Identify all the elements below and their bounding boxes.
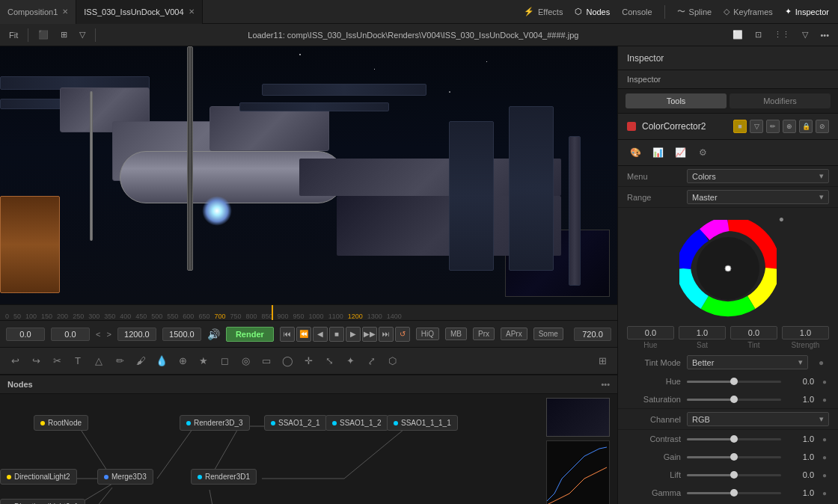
nodes-btn[interactable]: ⬡ Nodes (575, 7, 610, 16)
back-btn[interactable]: ◀ (313, 327, 328, 342)
fwd-btn[interactable]: ▶▶ (362, 327, 377, 342)
tint-mode-reset-icon[interactable]: ● (819, 357, 829, 368)
redo-icon[interactable]: ↪ (27, 352, 45, 370)
node-yellow-btn[interactable]: ■ (733, 120, 747, 133)
tools-tab[interactable]: Tools (626, 93, 727, 108)
node-action2[interactable]: ✏ (766, 120, 780, 133)
gain-slider-track[interactable] (687, 456, 781, 458)
go-end-btn[interactable]: ⏭ (379, 327, 394, 342)
current-time-field[interactable]: 0.0 (6, 328, 45, 341)
tab-issdock[interactable]: ISS_030_IssUnDock_V004 ✕ (76, 0, 202, 24)
angle-right[interactable]: > (106, 330, 111, 339)
move-icon[interactable]: ✛ (299, 352, 317, 370)
gain-slider-thumb[interactable] (730, 453, 738, 461)
play-btn[interactable]: ▶ (346, 327, 361, 342)
gamma-reset-icon[interactable]: ● (820, 488, 829, 497)
prev-btn[interactable]: ⏪ (296, 327, 311, 342)
eraser-icon[interactable]: ◻ (215, 352, 233, 370)
angle-left[interactable]: < (96, 330, 100, 339)
stop-btn[interactable]: ■ (329, 327, 344, 342)
secondary-time-field[interactable]: 0.0 (51, 328, 90, 341)
fit-btn[interactable]: Fit (4, 29, 22, 41)
hue-slider-thumb[interactable] (730, 378, 738, 385)
render-btn[interactable]: Render (226, 327, 274, 342)
view-extra4[interactable]: ▽ (798, 28, 813, 41)
view-btn1[interactable]: ⬛ (34, 28, 53, 41)
view-extra2[interactable]: ⊡ (750, 28, 766, 41)
node-renderer3d1[interactable]: Renderer3D1 (191, 469, 257, 485)
path-icon[interactable]: ⤤ (362, 352, 380, 370)
view-more[interactable]: ••• (816, 29, 834, 41)
tab-issdock-close[interactable]: ✕ (189, 7, 195, 16)
brush-icon[interactable]: 🖌 (132, 352, 150, 370)
lift-slider-thumb[interactable] (730, 471, 738, 479)
gamma-slider-track[interactable] (687, 492, 781, 494)
strength-value-field[interactable]: 1.0 (782, 326, 829, 339)
lift-reset-icon[interactable]: ● (820, 470, 829, 479)
node-action5[interactable]: ⊘ (816, 120, 829, 133)
node-ssao1-2-1[interactable]: SSAO1_2_1 (264, 415, 327, 431)
inspector-top-btn[interactable]: ✦ Inspector (785, 7, 829, 16)
hiq-btn[interactable]: HiQ (416, 328, 439, 340)
wheel-reset-btn[interactable]: ● (779, 214, 784, 224)
tint-value-field[interactable]: 0.0 (730, 326, 777, 339)
view-btn2[interactable]: ⊞ (56, 28, 72, 41)
zoom-field[interactable]: 720.0 (574, 328, 611, 341)
spline-btn[interactable]: 〜 Spline (677, 6, 712, 17)
node-merge3d3[interactable]: Merge3D3 (97, 469, 153, 485)
modifiers-tab[interactable]: Modifiers (730, 93, 831, 108)
view-extra1[interactable]: ⬜ (728, 28, 747, 41)
sat-slider-thumb[interactable] (730, 396, 738, 403)
sat-slider-reset-icon[interactable]: ● (820, 395, 829, 404)
node-dirlight2[interactable]: DirectionalLight2 (0, 469, 77, 485)
rect-icon[interactable]: ▭ (257, 352, 275, 370)
settings-icon-btn[interactable]: ⚙ (694, 144, 711, 161)
lift-slider-track[interactable] (687, 474, 781, 476)
view-btn3[interactable]: ▽ (75, 28, 90, 41)
range-select[interactable]: Master ▾ (687, 190, 829, 204)
levels-icon-btn[interactable]: 📈 (672, 144, 688, 161)
tint-mode-select[interactable]: Better ▾ (687, 355, 808, 369)
sat-slider-track[interactable] (687, 399, 781, 401)
menu-select[interactable]: Colors ▾ (687, 169, 829, 183)
node-action4[interactable]: 🔒 (799, 120, 813, 133)
wand-icon[interactable]: ★ (195, 352, 212, 370)
cut-icon[interactable]: ✂ (48, 352, 66, 370)
keyframes-btn[interactable]: ◇ Keyframes (724, 7, 773, 16)
contrast-reset-icon[interactable]: ● (820, 434, 829, 443)
node-dirlight2-1[interactable]: DirectionalLight2_1 (0, 499, 85, 504)
tab-composition1[interactable]: Composition1 ✕ (0, 0, 76, 24)
console-btn[interactable]: Console (622, 7, 652, 16)
node-renderer3d3[interactable]: Renderer3D_3 (180, 415, 250, 431)
poly-icon[interactable]: △ (90, 352, 108, 370)
contrast-slider-track[interactable] (687, 438, 781, 440)
end-frame-field[interactable]: 1200.0 (117, 328, 156, 341)
clone-icon[interactable]: ⊕ (174, 352, 192, 370)
curves-icon-btn[interactable]: 📊 (649, 144, 666, 161)
transform-icon[interactable]: ⤡ (320, 352, 338, 370)
loop-btn[interactable]: ↺ (395, 327, 410, 342)
hue-value-field[interactable]: 0.0 (627, 326, 674, 339)
ellipse-icon[interactable]: ◯ (278, 352, 296, 370)
node-action3[interactable]: ⊕ (783, 120, 796, 133)
end-time-field[interactable]: 1500.0 (162, 328, 201, 341)
node-ssao1-1-2[interactable]: SSAO1_1_2 (325, 415, 388, 431)
contrast-slider-thumb[interactable] (730, 435, 738, 443)
hue-slider-reset-icon[interactable]: ● (820, 377, 829, 386)
nodes-canvas[interactable]: RootNode Renderer3D_3 SSAO1_2_1 SSAO1_1_… (0, 394, 617, 504)
gain-reset-icon[interactable]: ● (820, 452, 829, 461)
node-ssao1-1-1-1[interactable]: SSAO1_1_1_1 (387, 415, 458, 431)
channel-select[interactable]: RGB ▾ (687, 412, 829, 426)
hue-slider-track[interactable] (687, 381, 781, 383)
text-icon[interactable]: T (69, 352, 87, 370)
aprx-btn[interactable]: APrx (501, 328, 527, 340)
go-start-btn[interactable]: ⏮ (280, 327, 295, 342)
playhead[interactable] (272, 305, 273, 320)
wheel-icon-btn[interactable]: 🎨 (627, 144, 643, 161)
gamma-slider-thumb[interactable] (730, 489, 738, 497)
audio-icon[interactable]: 🔊 (207, 328, 220, 340)
grid-icon[interactable]: ⊞ (593, 352, 611, 370)
undo-icon[interactable]: ↩ (6, 352, 24, 370)
view-extra3[interactable]: ⋮⋮ (769, 28, 795, 41)
nodes-menu-btn[interactable]: ••• (601, 380, 610, 389)
